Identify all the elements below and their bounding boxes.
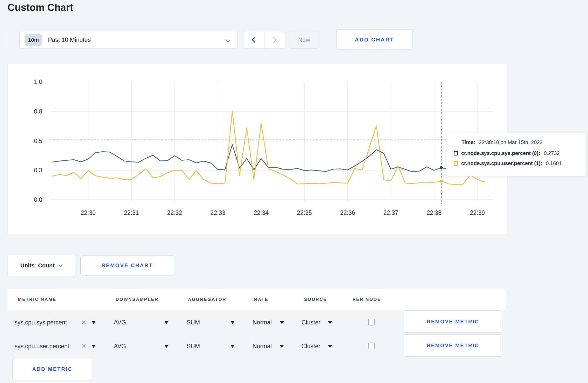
col-header-source: SOURCE — [304, 289, 327, 310]
source-select[interactable]: Cluster — [302, 338, 320, 354]
prev-time-button[interactable] — [244, 31, 264, 48]
aggregator-select[interactable]: SUM — [187, 338, 200, 354]
dropdown-caret-icon[interactable] — [230, 345, 235, 348]
tooltip-series-value: 0.1601 — [546, 160, 562, 166]
y-axis-tick-label: 0.3 — [34, 167, 42, 174]
dropdown-caret-icon[interactable] — [279, 345, 284, 348]
rate-select[interactable]: Normal — [253, 338, 272, 354]
crosshair-dot-sys — [440, 166, 443, 169]
x-axis-tick-label: 22:39 — [470, 209, 485, 216]
remove-metric-button[interactable]: REMOVE METRIC — [404, 334, 502, 357]
dropdown-caret-icon[interactable] — [279, 321, 284, 324]
downsampler-select[interactable]: AVG — [114, 314, 126, 331]
col-header-metric-name: METRIC NAME — [18, 289, 57, 310]
rate-select[interactable]: Normal — [253, 314, 272, 331]
toolbar-left-rule — [8, 29, 8, 50]
page-title: Custom Chart — [8, 2, 73, 13]
dropdown-caret-icon[interactable] — [328, 345, 332, 348]
time-pager — [244, 31, 285, 49]
remove-chart-button[interactable]: REMOVE CHART — [80, 256, 174, 275]
add-metric-button[interactable]: ADD METRIC — [12, 358, 92, 380]
y-axis-tick-label: 0.5 — [34, 138, 42, 144]
x-axis-tick-label: 22:31 — [124, 209, 139, 216]
add-chart-button[interactable]: ADD CHART — [337, 30, 412, 50]
x-axis-tick-label: 22:35 — [297, 209, 312, 216]
metrics-table-header: METRIC NAME DOWNSAMPLER AGGREGATOR RATE … — [8, 289, 506, 310]
series-line-user — [52, 111, 485, 185]
metric-name-value[interactable]: sys.cpu.user.percent — [15, 338, 69, 354]
dropdown-caret-icon[interactable] — [164, 345, 169, 348]
dropdown-caret-icon[interactable] — [328, 321, 332, 324]
tooltip-series-label: cr.node.sys.cpu.user.percent (1): — [461, 160, 542, 166]
time-window-label: Past 10 Minutes — [48, 37, 91, 44]
tooltip-series-label: cr.node.sys.cpu.sys.percent (0): — [461, 150, 540, 156]
tooltip-time-value: 22:38:10 on Mar 15th, 2022 — [479, 139, 543, 145]
tooltip-series-value: 0.2732 — [544, 150, 560, 156]
metric-name-value[interactable]: sys.cpu.sys.percent — [15, 314, 67, 331]
per-node-checkbox[interactable] — [368, 343, 375, 349]
per-node-checkbox[interactable] — [368, 319, 375, 325]
remove-metric-button[interactable]: REMOVE METRIC — [404, 310, 502, 333]
timeseries-chart[interactable]: 0.00.30.50.81.022:3022:3122:3222:3322:34… — [8, 64, 507, 235]
y-axis-tick-label: 1.0 — [34, 79, 42, 85]
downsampler-select[interactable]: AVG — [114, 338, 126, 354]
col-header-rate: RATE — [254, 289, 268, 310]
x-axis-tick-label: 22:32 — [167, 209, 182, 216]
chevron-down-icon — [225, 38, 230, 42]
next-time-button[interactable] — [264, 31, 285, 48]
chevron-down-icon — [59, 263, 63, 267]
series-swatch-user-icon — [454, 161, 458, 166]
clear-metric-icon[interactable]: ✕ — [81, 314, 86, 331]
tooltip-time-label: Time: — [461, 139, 475, 145]
chevron-left-icon — [252, 37, 258, 43]
chart-hover-tooltip: Time: 22:38:10 on Mar 15th, 2022 cr.node… — [446, 133, 586, 176]
time-window-select[interactable]: 10m Past 10 Minutes — [19, 31, 237, 49]
x-axis-tick-label: 22:34 — [254, 209, 269, 216]
col-header-per-node: PER NODE — [353, 289, 381, 310]
chevron-right-icon — [271, 37, 277, 43]
series-swatch-sys-icon — [454, 151, 458, 155]
time-window-badge: 10m — [25, 34, 42, 46]
y-axis-tick-label: 0.0 — [34, 196, 42, 203]
clear-metric-icon[interactable]: ✕ — [81, 338, 86, 354]
source-select[interactable]: Cluster — [302, 314, 320, 331]
x-axis-tick-label: 22:38 — [427, 209, 442, 216]
aggregator-select[interactable]: SUM — [187, 314, 200, 331]
units-select[interactable]: Units: Count — [8, 255, 75, 276]
dropdown-caret-icon[interactable] — [91, 321, 96, 324]
now-button[interactable]: Now — [289, 31, 319, 49]
x-axis-tick-label: 22:36 — [340, 209, 355, 216]
x-axis-tick-label: 22:37 — [383, 209, 398, 216]
crosshair-dot-user — [440, 180, 443, 182]
y-axis-tick-label: 0.8 — [34, 108, 42, 115]
x-axis-tick-label: 22:30 — [81, 209, 96, 216]
col-header-aggregator: AGGREGATOR — [188, 289, 226, 310]
chart-card[interactable]: 0.00.30.50.81.022:3022:3122:3222:3322:34… — [8, 64, 507, 234]
units-label: Units: Count — [20, 262, 55, 269]
dropdown-caret-icon[interactable] — [230, 321, 235, 324]
x-axis-tick-label: 22:33 — [211, 209, 226, 216]
dropdown-caret-icon[interactable] — [91, 345, 96, 348]
col-header-downsampler: DOWNSAMPLER — [116, 289, 159, 310]
dropdown-caret-icon[interactable] — [164, 321, 169, 324]
